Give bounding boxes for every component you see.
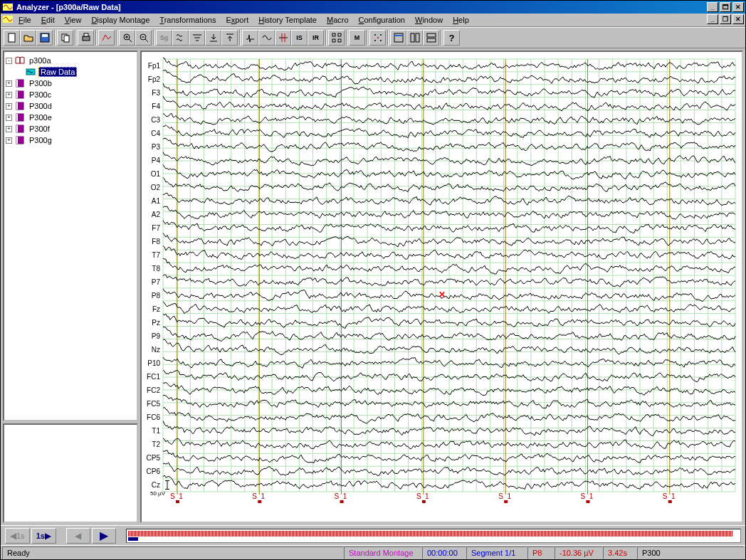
toolbar-marker-down-button[interactable] (205, 30, 221, 46)
toolbar-filter-button[interactable] (189, 30, 205, 46)
menu-bar: FileEditViewDisplay MontageTransformatio… (1, 14, 745, 27)
svg-rect-34 (427, 33, 436, 37)
menu-view[interactable]: View (60, 15, 87, 25)
menu-export[interactable]: Export (221, 15, 253, 25)
tree-label[interactable]: P300c (28, 90, 53, 99)
mdi-app-icon[interactable] (2, 14, 14, 26)
toolbar-IR-button[interactable]: IR (308, 30, 324, 46)
toolbar-help-button[interactable]: ? (443, 30, 460, 46)
book-closed-icon (14, 112, 26, 122)
svg-rect-44 (16, 114, 18, 121)
svg-rect-2 (9, 33, 15, 42)
toolbar-zoom-in-button[interactable] (119, 30, 135, 46)
mdi-minimize-button[interactable]: _ (707, 14, 718, 24)
timeline-thumb[interactable] (128, 537, 138, 541)
tree-item-p300a[interactable]: -p300a (6, 55, 135, 66)
toolbar-IS-button[interactable]: IS (291, 30, 308, 46)
tree-item-p300d[interactable]: +P300d (6, 100, 135, 112)
status-ready: Ready (2, 546, 344, 559)
tree-item-p300b[interactable]: +P300b (6, 78, 135, 89)
expand-icon[interactable]: + (6, 103, 12, 110)
menu-display-montage[interactable]: Display Montage (86, 15, 154, 25)
maximize-button[interactable]: 🗖 (720, 2, 731, 12)
rewind-button[interactable]: ◀ (66, 528, 90, 544)
tree-item-p300c[interactable]: +P300c (6, 89, 135, 100)
timeline-scrollbar[interactable] (126, 529, 741, 543)
tree-label[interactable]: P300f (28, 125, 51, 133)
toolbar-waves-button[interactable] (172, 30, 189, 46)
status-dataset: P300 (637, 546, 744, 559)
menu-help[interactable]: Help (448, 15, 474, 25)
mdi-close-button[interactable]: ✕ (732, 14, 744, 24)
menu-macro[interactable]: Macro (322, 15, 354, 25)
toolbar-plot-toggle-button[interactable] (98, 30, 115, 46)
tree-label[interactable]: P300b (28, 79, 53, 88)
step-forward-button[interactable]: 1s▶ (31, 528, 56, 544)
menu-history-template[interactable]: History Template (253, 15, 322, 25)
expand-icon[interactable]: + (6, 115, 12, 121)
menu-configuration[interactable]: Configuration (354, 15, 410, 25)
tree-label[interactable]: P300e (28, 113, 53, 122)
collapse-icon[interactable]: - (6, 58, 12, 64)
expand-icon[interactable]: + (6, 80, 12, 87)
eeg-canvas[interactable] (142, 52, 738, 507)
eeg-view[interactable]: ✕ (140, 51, 743, 523)
toolbar-win1-button[interactable] (390, 30, 406, 46)
toolbar-print-button[interactable] (78, 30, 94, 46)
expand-icon[interactable]: + (6, 92, 12, 98)
status-segment: Segment 1/1 (466, 546, 527, 559)
menu-window[interactable]: Window (410, 15, 448, 25)
svg-rect-30 (394, 33, 403, 42)
tree-item-p300g[interactable]: +P300g (6, 134, 135, 146)
tree-label[interactable]: P300g (28, 136, 53, 144)
toolbar-save-button[interactable] (36, 30, 53, 46)
svg-rect-4 (42, 34, 48, 37)
dataset-icon (25, 67, 36, 77)
tree-item-p300e[interactable]: +P300e (6, 112, 135, 123)
tree-item-raw-data[interactable]: Raw Data (6, 66, 135, 78)
close-button[interactable]: ✕ (732, 2, 744, 12)
play-button[interactable]: ▶ (92, 528, 116, 544)
svg-point-27 (374, 40, 376, 41)
menu-file[interactable]: File (14, 15, 36, 25)
toolbar-copy-button[interactable] (57, 30, 73, 46)
toolbar-win2-button[interactable] (406, 30, 423, 46)
toolbar-grid-button[interactable] (328, 30, 345, 46)
tree-label[interactable]: P300d (28, 102, 53, 110)
svg-rect-35 (427, 38, 436, 42)
toolbar-marker-up-button[interactable] (221, 30, 238, 46)
expand-icon[interactable]: + (6, 126, 12, 132)
menu-transformations[interactable]: Transformations (154, 15, 221, 25)
mdi-restore-button[interactable]: ❐ (720, 14, 731, 24)
svg-rect-36 (26, 69, 35, 75)
svg-rect-48 (16, 137, 18, 144)
toolbar-win3-button[interactable] (423, 30, 439, 46)
toolbar-pulse2-button[interactable] (258, 30, 275, 46)
toolbar-pulse1-button[interactable] (242, 30, 258, 46)
toolbar-sg-button[interactable]: Sg (156, 30, 172, 46)
toolbar-cut-button[interactable] (275, 30, 291, 46)
tree-label[interactable]: p300a (28, 56, 53, 65)
step-back-button[interactable]: ◀1s (5, 528, 30, 544)
status-value: -10.36 µV (555, 546, 603, 559)
properties-panel (3, 423, 138, 523)
toolbar-M-button[interactable]: M (349, 30, 365, 46)
toolbar-new-button[interactable] (4, 30, 20, 46)
history-tree[interactable]: -p300aRaw Data+P300b+P300c+P300d+P300e+P… (3, 51, 138, 421)
tree-item-p300f[interactable]: +P300f (6, 123, 135, 134)
book-closed-icon (14, 124, 26, 134)
tree-label[interactable]: Raw Data (38, 67, 77, 77)
toolbar: SgISIRM? (1, 27, 745, 48)
svg-rect-24 (338, 39, 341, 42)
menu-edit[interactable]: Edit (36, 15, 60, 25)
minimize-button[interactable]: _ (707, 2, 718, 12)
svg-rect-23 (332, 39, 335, 42)
toolbar-zoom-out-button[interactable] (135, 30, 152, 46)
expand-icon[interactable]: + (6, 137, 12, 144)
svg-point-29 (377, 37, 379, 38)
svg-point-26 (380, 34, 382, 36)
toolbar-dots-button[interactable] (369, 30, 386, 46)
toolbar-open-button[interactable] (20, 30, 36, 46)
timeline-markers (128, 531, 733, 537)
title-bar: Analyzer - [p300a/Raw Data] _ 🗖 ✕ (1, 1, 745, 14)
